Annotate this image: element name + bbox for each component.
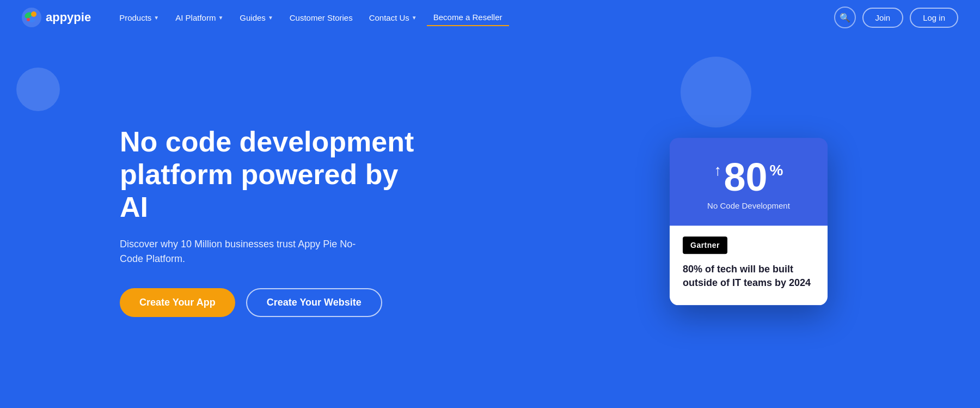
nav-label-customer-stories: Customer Stories — [290, 13, 353, 22]
create-website-button[interactable]: Create Your Website — [246, 288, 382, 317]
card-percent-row: ↑ 80 % — [686, 157, 811, 197]
card-top: ↑ 80 % No Code Development — [670, 138, 828, 226]
card-body-text: 80% of tech will be built outside of IT … — [683, 263, 814, 290]
nav-links: Products ▼ AI Platform ▼ Guides ▼ Custom… — [113, 9, 834, 26]
nav-right: 🔍 Join Log in — [834, 7, 958, 28]
search-button[interactable]: 🔍 — [834, 7, 856, 28]
stat-card: ↑ 80 % No Code Development Gartner 80% o… — [670, 138, 828, 305]
card-bottom: Gartner 80% of tech will be built outsid… — [670, 226, 828, 305]
nav-label-guides: Guides — [240, 13, 266, 22]
logo[interactable]: appypie — [22, 8, 91, 27]
card-label: No Code Development — [686, 201, 811, 210]
join-button[interactable]: Join — [862, 8, 904, 28]
card-number: 80 — [724, 157, 768, 197]
hero-content: No code development platform powered by … — [0, 126, 425, 316]
nav-item-guides[interactable]: Guides ▼ — [233, 10, 279, 26]
hero-title: No code development platform powered by … — [120, 126, 425, 223]
nav-label-products: Products — [119, 13, 151, 22]
svg-point-2 — [31, 11, 36, 17]
svg-point-0 — [22, 8, 41, 27]
hero-section: No code development platform powered by … — [0, 35, 980, 408]
nav-label-become-reseller: Become a Reseller — [433, 13, 503, 22]
nav-label-ai-platform: AI Platform — [175, 13, 216, 22]
logo-text: appypie — [46, 10, 91, 25]
nav-item-become-reseller[interactable]: Become a Reseller — [427, 9, 509, 26]
nav-label-contact-us: Contact Us — [369, 13, 409, 22]
gartner-badge: Gartner — [683, 236, 727, 254]
chevron-down-icon: ▼ — [154, 15, 159, 21]
arrow-up-icon: ↑ — [714, 162, 722, 179]
nav-item-contact-us[interactable]: Contact Us ▼ — [363, 10, 424, 26]
card-superscript: % — [770, 162, 783, 179]
navigation: appypie Products ▼ AI Platform ▼ Guides … — [0, 0, 980, 35]
chevron-down-icon: ▼ — [412, 15, 417, 21]
nav-item-ai-platform[interactable]: AI Platform ▼ — [169, 10, 230, 26]
chevron-down-icon: ▼ — [268, 15, 273, 21]
search-icon: 🔍 — [840, 13, 850, 23]
login-button[interactable]: Log in — [910, 8, 958, 28]
create-app-button[interactable]: Create Your App — [120, 288, 235, 317]
hero-card-wrapper: ↑ 80 % No Code Development Gartner 80% o… — [670, 138, 828, 305]
decorative-circle-left — [16, 68, 60, 111]
decorative-circle-right — [681, 57, 751, 127]
hero-buttons: Create Your App Create Your Website — [120, 288, 425, 317]
svg-point-4 — [27, 18, 30, 21]
nav-item-products[interactable]: Products ▼ — [113, 10, 166, 26]
hero-subtitle: Discover why 10 Million businesses trust… — [120, 237, 359, 266]
nav-item-customer-stories[interactable]: Customer Stories — [283, 10, 359, 26]
chevron-down-icon: ▼ — [218, 15, 223, 21]
